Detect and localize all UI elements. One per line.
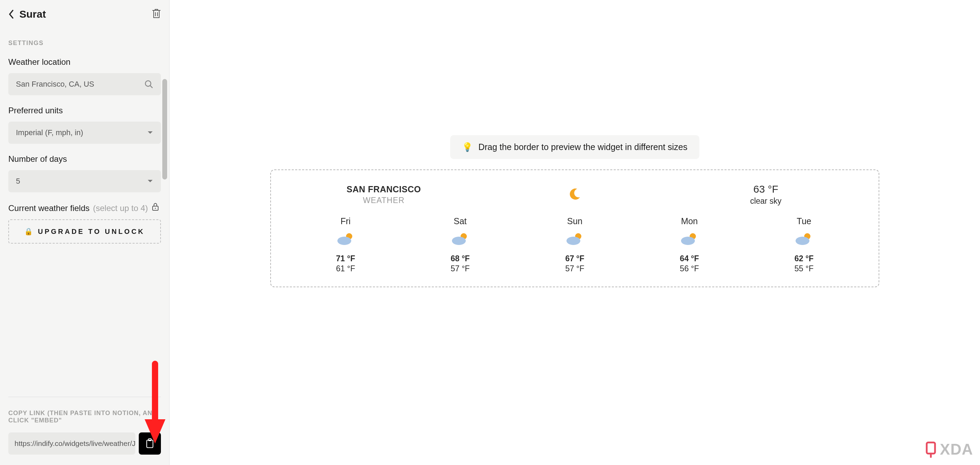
xda-logo-icon [924,441,939,458]
svg-point-10 [566,236,580,245]
settings-scroll-area[interactable]: SETTINGS Weather location San Francisco,… [0,27,169,397]
back-button[interactable] [8,10,14,19]
xda-watermark: XDA [924,441,973,458]
chevron-left-icon [8,10,14,19]
partly-cloudy-icon [403,232,517,247]
copy-button[interactable] [139,432,161,455]
current-condition: clear sky [670,197,861,206]
days-select[interactable]: 5 [8,170,161,192]
days-field: Number of days 5 [8,154,161,192]
city-sub: WEATHER [288,196,479,205]
svg-point-6 [337,236,351,245]
copy-link-label: COPY LINK (THEN PASTE INTO NOTION, AND C… [8,409,161,424]
units-select[interactable]: Imperial (F, mph, in) [8,121,161,144]
trash-icon [152,8,161,19]
partly-cloudy-icon [288,232,403,247]
partly-cloudy-icon [632,232,747,247]
city-name: SAN FRANCISCO [288,184,479,194]
link-display[interactable]: https://indify.co/widgets/live/weather/J… [8,432,135,455]
days-label: Number of days [8,154,161,164]
location-field: Weather location San Francisco, CA, US [8,57,161,95]
chevron-down-icon [147,131,153,135]
widget-header: SAN FRANCISCO WEATHER 63 °F clear sky [288,183,861,206]
units-value: Imperial (F, mph, in) [16,128,147,137]
scrollbar-thumb[interactable] [162,79,167,179]
sidebar-bottom: COPY LINK (THEN PASTE INTO NOTION, AND C… [0,397,169,465]
upgrade-button[interactable]: 🔒 UPGRADE TO UNLOCK [8,219,161,244]
moon-icon [568,187,582,201]
sidebar-header: Surat [0,0,169,27]
clipboard-icon [145,438,155,449]
current-temp: 63 °F [670,183,861,195]
current-fields-group: Current weather fields (select up to 4) … [8,203,161,244]
units-field: Preferred units Imperial (F, mph, in) [8,106,161,144]
location-label: Weather location [8,57,161,67]
svg-rect-15 [927,443,935,454]
settings-sidebar: Surat SETTINGS Weather location San Fran… [0,0,170,465]
forecast-day: Tue 62 °F 55 °F [747,216,861,273]
search-icon [144,80,153,89]
current-weather-icon [479,187,670,203]
chevron-down-icon [147,179,153,183]
svg-point-8 [452,236,466,245]
location-value: San Francisco, CA, US [16,80,144,89]
page-title: Surat [19,8,46,20]
city-block: SAN FRANCISCO WEATHER [288,184,479,205]
partly-cloudy-icon [517,232,632,247]
forecast-day: Sun 67 °F 57 °F [517,216,632,273]
delete-button[interactable] [152,8,161,20]
svg-point-14 [795,236,810,245]
bulb-icon: 💡 [462,142,473,152]
current-temp-block: 63 °F clear sky [670,183,861,206]
svg-point-2 [155,208,156,209]
weather-widget-preview[interactable]: SAN FRANCISCO WEATHER 63 °F clear sky Fr… [270,169,879,287]
forecast-day: Sat 68 °F 57 °F [403,216,517,273]
units-label: Preferred units [8,106,161,115]
forecast-day: Fri 71 °F 61 °F [288,216,403,273]
preview-area: 💡 Drag the border to preview the widget … [170,0,980,465]
settings-section-label: SETTINGS [8,40,161,47]
current-fields-label: Current weather fields (select up to 4) [8,203,161,213]
svg-point-12 [681,236,695,245]
lock-icon [151,203,159,211]
forecast-row: Fri 71 °F 61 °F Sat 68 °F 57 °F Sun 67 °… [288,216,861,273]
tip-banner: 💡 Drag the border to preview the widget … [450,135,699,159]
link-text: https://indify.co/widgets/live/weather/J… [14,439,135,448]
lock-emoji-icon: 🔒 [24,227,33,236]
forecast-day: Mon 64 °F 56 °F [632,216,747,273]
days-value: 5 [16,177,147,186]
location-input[interactable]: San Francisco, CA, US [8,73,161,95]
partly-cloudy-icon [747,232,861,247]
tip-text: Drag the border to preview the widget in… [478,142,687,152]
svg-rect-3 [147,440,153,448]
